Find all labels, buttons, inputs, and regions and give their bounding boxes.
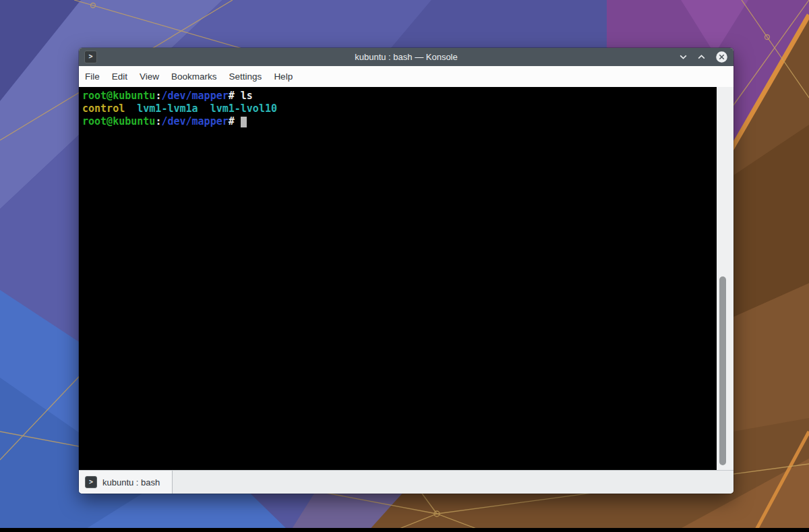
menu-view[interactable]: View [133,69,165,84]
scrollbar-thumb[interactable] [719,276,726,465]
tabbar: > kubuntu : bash [79,470,733,494]
terminal-line: control lvm1-lvm1a lvm1-lvol10 [82,102,717,115]
prompt-user-host: root@kubuntu [82,115,155,127]
maximize-button[interactable] [697,53,706,61]
terminal-area: root@kubuntu:/dev/mapper# ls control lvm… [79,87,733,470]
menu-help[interactable]: Help [268,69,299,84]
terminal-cursor [241,117,247,127]
konsole-icon: > [85,476,97,488]
terminal-line: root@kubuntu:/dev/mapper# ls [82,90,717,102]
prompt-path: /dev/mapper [161,90,228,102]
menubar: File Edit View Bookmarks Settings Help [79,66,733,87]
titlebar[interactable]: > kubuntu : bash — Konsole [79,48,733,66]
window-title: kubuntu : bash — Konsole [79,52,733,62]
menu-file[interactable]: File [79,69,106,84]
chevron-down-icon [679,53,688,61]
close-circle-icon [715,51,728,63]
menu-settings[interactable]: Settings [223,69,268,84]
window-controls [679,51,728,63]
terminal-line: root@kubuntu:/dev/mapper# [82,115,717,128]
konsole-window: > kubuntu : bash — Konsole File [79,48,733,494]
command-text: # ls [229,90,253,102]
tab-kubuntu-bash[interactable]: > kubuntu : bash [79,471,173,494]
terminal-scrollbar[interactable] [717,87,733,470]
prompt-path: /dev/mapper [161,115,228,127]
konsole-icon[interactable]: > [84,51,97,63]
chevron-up-icon [697,53,706,61]
terminal-screen[interactable]: root@kubuntu:/dev/mapper# ls control lvm… [79,87,717,470]
menu-edit[interactable]: Edit [106,69,133,84]
menu-bookmarks[interactable]: Bookmarks [165,69,223,84]
minimize-button[interactable] [679,53,688,61]
prompt-user-host: root@kubuntu [82,90,155,102]
screen-bottom-strip [0,528,809,532]
tab-label: kubuntu : bash [102,477,160,487]
close-button[interactable] [715,51,728,63]
